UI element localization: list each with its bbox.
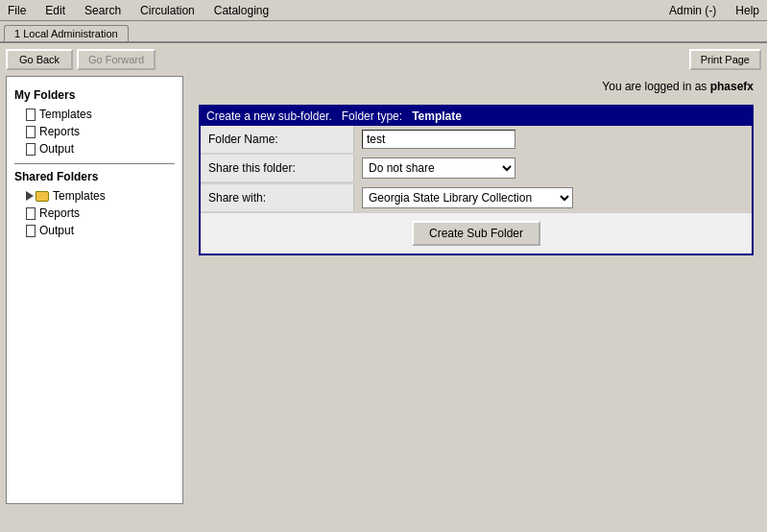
folder-name-row: Folder Name: bbox=[201, 126, 752, 154]
toolbar: Go Back Go Forward Print Page bbox=[6, 49, 761, 70]
main-content-wrapper: You are logged in as phasefx Create a ne… bbox=[191, 76, 761, 504]
folder-name-label: Folder Name: bbox=[201, 126, 354, 153]
sidebar-label-shared-templates: Templates bbox=[53, 189, 106, 203]
share-with-label: Share with: bbox=[201, 184, 354, 211]
sidebar-item-shared-templates[interactable]: Templates bbox=[22, 187, 175, 205]
share-with-row: Share with: Georgia State Library Collec… bbox=[201, 183, 752, 213]
share-folder-row: Share this folder: Do not share bbox=[201, 154, 752, 183]
go-back-button[interactable]: Go Back bbox=[6, 49, 73, 70]
share-folder-label: Share this folder: bbox=[201, 155, 354, 181]
sidebar-item-my-output[interactable]: Output bbox=[22, 140, 175, 157]
share-folder-control: Do not share bbox=[354, 154, 752, 182]
sidebar-divider bbox=[14, 163, 175, 164]
form-header-prefix: Create a new sub-folder. bbox=[206, 109, 332, 123]
shared-folders-title: Shared Folders bbox=[14, 170, 175, 183]
toolbar-left: Go Back Go Forward bbox=[6, 49, 156, 70]
sidebar-item-shared-reports[interactable]: Reports bbox=[22, 205, 175, 222]
form-body: Folder Name: Share this folder: Do not s… bbox=[201, 126, 752, 213]
go-forward-button[interactable]: Go Forward bbox=[77, 49, 156, 70]
content-area: My Folders Templates Reports Output Shar… bbox=[6, 76, 761, 504]
print-page-button[interactable]: Print Page bbox=[689, 49, 761, 70]
sidebar-label-my-output: Output bbox=[39, 142, 74, 156]
sidebar-item-my-templates[interactable]: Templates bbox=[22, 106, 175, 123]
doc-icon-reports bbox=[26, 126, 36, 138]
menu-search[interactable]: Search bbox=[81, 2, 125, 19]
sidebar-label-shared-output: Output bbox=[39, 224, 74, 237]
expand-icon bbox=[26, 191, 34, 201]
menu-help[interactable]: Help bbox=[731, 2, 763, 19]
menu-edit[interactable]: Edit bbox=[41, 2, 69, 19]
menu-admin[interactable]: Admin (-) bbox=[665, 2, 720, 19]
sidebar-label-shared-reports: Reports bbox=[39, 206, 80, 220]
main-tab[interactable]: 1 Local Administration bbox=[4, 25, 129, 41]
form-header: Create a new sub-folder. Folder type: Te… bbox=[201, 107, 752, 126]
sidebar-label-my-reports: Reports bbox=[39, 125, 80, 138]
doc-icon-shared-reports bbox=[26, 207, 36, 220]
tabbar: 1 Local Administration bbox=[0, 21, 767, 43]
share-with-control: Georgia State Library Collection bbox=[354, 183, 752, 212]
sidebar: My Folders Templates Reports Output Shar… bbox=[6, 76, 183, 504]
menubar-left: File Edit Search Circulation Cataloging bbox=[4, 2, 665, 19]
folder-icon bbox=[36, 191, 49, 202]
form-footer: Create Sub Folder bbox=[201, 213, 752, 254]
form-panel: Create a new sub-folder. Folder type: Te… bbox=[199, 105, 754, 255]
menubar: File Edit Search Circulation Cataloging … bbox=[0, 0, 767, 21]
logged-in-prefix: You are logged in as bbox=[602, 80, 709, 93]
doc-icon-output bbox=[26, 143, 36, 156]
sidebar-label-my-templates: Templates bbox=[39, 108, 92, 121]
menubar-right: Admin (-) Help bbox=[665, 2, 763, 19]
menu-file[interactable]: File bbox=[4, 2, 30, 19]
share-folder-select[interactable]: Do not share bbox=[362, 157, 515, 179]
menu-circulation[interactable]: Circulation bbox=[136, 2, 199, 19]
sidebar-item-my-reports[interactable]: Reports bbox=[22, 123, 175, 140]
sidebar-item-shared-output[interactable]: Output bbox=[22, 222, 175, 239]
doc-icon bbox=[26, 109, 36, 121]
folder-name-control bbox=[354, 126, 752, 153]
my-folders-title: My Folders bbox=[14, 88, 175, 102]
form-folder-type-value: Template bbox=[412, 109, 462, 123]
create-sub-folder-button[interactable]: Create Sub Folder bbox=[412, 221, 540, 246]
share-with-select[interactable]: Georgia State Library Collection bbox=[362, 187, 573, 208]
form-folder-type-label: Folder type: bbox=[342, 109, 402, 123]
main-window: Go Back Go Forward Print Page My Folders… bbox=[0, 43, 767, 531]
menu-cataloging[interactable]: Cataloging bbox=[210, 2, 273, 19]
status-bar: You are logged in as phasefx bbox=[191, 76, 761, 97]
logged-in-username: phasefx bbox=[710, 80, 754, 93]
doc-icon-shared-output bbox=[26, 225, 36, 237]
folder-name-input[interactable] bbox=[362, 130, 515, 149]
